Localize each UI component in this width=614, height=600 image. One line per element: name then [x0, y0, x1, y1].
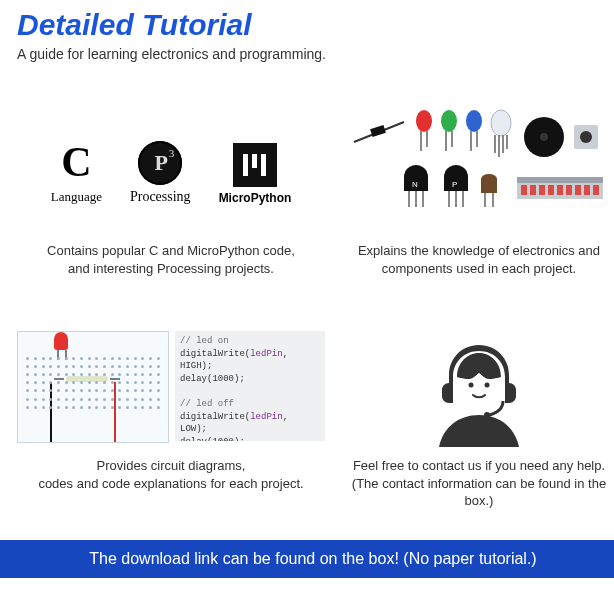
led-bar-icon	[517, 177, 603, 199]
page-title: Detailed Tutorial	[17, 10, 597, 40]
languages-caption-line1: Contains popular C and MicroPython code,	[47, 243, 295, 258]
svg-rect-31	[481, 179, 497, 193]
svg-rect-41	[566, 185, 572, 195]
transistor-pnp-icon: P	[444, 165, 468, 207]
led-red-icon	[54, 332, 68, 350]
svg-rect-44	[593, 185, 599, 195]
led-red-icon	[416, 110, 432, 151]
svg-rect-37	[530, 185, 536, 195]
svg-rect-38	[539, 185, 545, 195]
micropython-label: MicroPython	[219, 191, 292, 205]
feature-languages: C Language P3 Processing MicroPython	[17, 102, 325, 277]
feature-support: Feel free to contact us if you need any …	[349, 317, 609, 510]
svg-rect-0	[243, 154, 248, 176]
capacitor-icon	[481, 174, 497, 207]
language-processing: P3 Processing	[130, 141, 191, 205]
feature-circuit: // led on digitalWrite(ledPin, HIGH); de…	[17, 317, 325, 510]
processing-icon: P3	[138, 141, 182, 185]
circuit-caption-line2: codes and code explanations for each pro…	[38, 476, 303, 491]
svg-point-47	[485, 383, 490, 388]
svg-rect-36	[521, 185, 527, 195]
svg-rect-39	[548, 185, 554, 195]
svg-point-5	[416, 110, 432, 132]
svg-point-11	[466, 110, 482, 132]
svg-rect-40	[557, 185, 563, 195]
support-caption-line2: (The contact information can be found in…	[352, 476, 606, 509]
components-caption-line1: Explains the knowledge of electronics an…	[358, 243, 600, 258]
support-caption-line1: Feel free to contact us if you need any …	[353, 458, 605, 473]
svg-rect-42	[575, 185, 581, 195]
code-sample: // led on digitalWrite(ledPin, HIGH); de…	[175, 331, 325, 441]
c-language-icon: C	[53, 139, 99, 185]
svg-rect-4	[370, 125, 386, 137]
svg-text:P: P	[452, 180, 457, 189]
micropython-icon	[233, 143, 277, 187]
svg-rect-2	[261, 154, 266, 176]
page-subtitle: A guide for learning electronics and pro…	[17, 46, 597, 62]
processing-label: Processing	[130, 189, 191, 205]
support-agent-icon	[419, 327, 539, 447]
components-illustration: N P	[349, 107, 609, 237]
svg-rect-35	[517, 177, 603, 183]
svg-point-14	[491, 110, 511, 136]
tactile-switch-icon	[574, 125, 598, 149]
svg-rect-43	[584, 185, 590, 195]
footer-band: The download link can be found on the bo…	[0, 540, 614, 578]
feature-components: N P	[349, 102, 609, 277]
feature-grid: C Language P3 Processing MicroPython	[17, 102, 597, 510]
led-blue-icon	[466, 110, 482, 151]
transistor-npn-icon: N	[404, 165, 428, 207]
led-green-icon	[441, 110, 457, 151]
languages-caption-line2: and interesting Processing projects.	[68, 261, 274, 276]
language-micropython: MicroPython	[219, 143, 292, 205]
svg-text:N: N	[412, 180, 418, 189]
c-language-label: Language	[51, 189, 102, 205]
svg-point-21	[580, 131, 592, 143]
led-rgb-icon	[491, 110, 511, 157]
svg-point-48	[484, 412, 490, 418]
svg-point-8	[441, 110, 457, 132]
breadboard-illustration	[17, 331, 169, 443]
language-c: C Language	[51, 139, 102, 205]
svg-point-46	[469, 383, 474, 388]
circuit-caption-line1: Provides circuit diagrams,	[97, 458, 246, 473]
components-caption-line2: components used in each project.	[382, 261, 576, 276]
svg-point-19	[540, 133, 548, 141]
svg-rect-1	[252, 154, 257, 168]
